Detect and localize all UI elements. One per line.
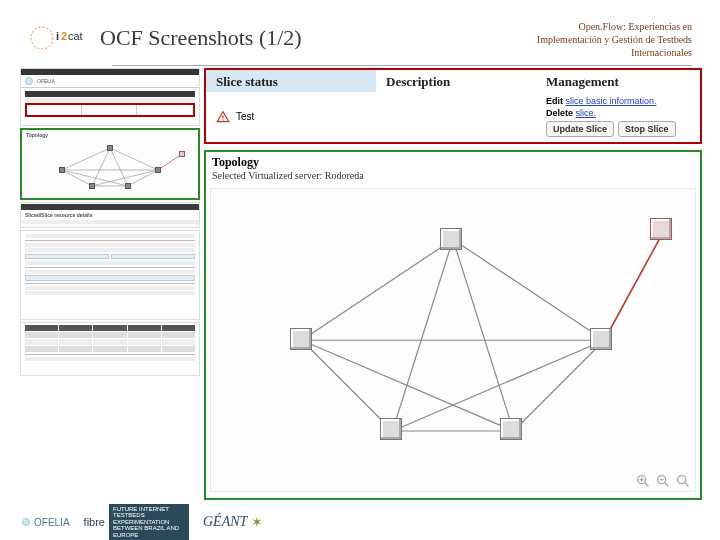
svg-line-5 xyxy=(92,148,110,186)
svg-text:cat: cat xyxy=(68,30,83,42)
switch-node[interactable] xyxy=(440,228,462,250)
svg-line-26 xyxy=(513,340,604,431)
topology-zoom: Topology Selected Virtualized server: Ro… xyxy=(204,150,702,500)
ofelia-logo-icon xyxy=(22,518,30,526)
svg-line-19 xyxy=(453,239,513,431)
edit-slice-link[interactable]: slice basic information. xyxy=(566,96,657,106)
topology-canvas[interactable] xyxy=(210,188,696,492)
slice-info-zoom: Slice status Description Management Test… xyxy=(204,68,702,144)
col-header-status: Slice status xyxy=(206,70,376,92)
svg-line-33 xyxy=(664,482,668,486)
fibre-sub-label: FUTURE INTERNET TESTBEDS EXPERIMENTATION… xyxy=(109,504,189,540)
thumb-topology-mini xyxy=(22,140,198,200)
switch-node[interactable] xyxy=(500,418,522,440)
topology-header: Topology Selected Virtualized server: Ro… xyxy=(206,152,700,184)
stop-slice-button[interactable]: Stop Slice xyxy=(618,121,676,137)
server-node-rodoreda[interactable] xyxy=(650,218,672,240)
mgmt-edit-prefix: Edit xyxy=(546,96,563,106)
ofelia-logo-icon xyxy=(25,77,33,85)
thumbnail-topology: Topology xyxy=(20,128,200,200)
content-area: OFELIA Topology xyxy=(0,66,720,506)
description-cell xyxy=(376,92,536,141)
footer: OFELIA fibre FUTURE INTERNET TESTBEDS EX… xyxy=(0,504,720,540)
svg-line-13 xyxy=(128,170,158,186)
svg-line-22 xyxy=(302,340,514,431)
svg-line-17 xyxy=(302,239,453,340)
thumb-brand-label: OFELIA xyxy=(37,78,55,84)
svg-line-29 xyxy=(644,482,648,486)
ofelia-footer-label: OFELIA xyxy=(34,517,70,528)
thumb-brand-row: OFELIA xyxy=(21,75,199,88)
thumbnail-main: OFELIA xyxy=(20,68,200,126)
svg-point-0 xyxy=(31,27,53,49)
thumb-resources-bar xyxy=(21,204,199,210)
svg-point-16 xyxy=(222,119,223,120)
geant-star-icon: ✶ xyxy=(251,514,263,530)
thumb-slice-info-highlight xyxy=(25,103,195,117)
thumb-topology-label: Topology xyxy=(22,130,198,140)
fibre-footer-logo: fibre FUTURE INTERNET TESTBEDS EXPERIMEN… xyxy=(84,504,189,540)
zoom-reset-icon[interactable] xyxy=(675,473,691,489)
svg-line-8 xyxy=(62,170,92,186)
i2cat-logo: i 2 cat xyxy=(28,20,88,56)
svg-line-27 xyxy=(604,229,664,340)
svg-line-9 xyxy=(62,170,128,186)
thumb-body-1 xyxy=(21,88,199,119)
ofelia-footer-logo: OFELIA xyxy=(22,517,70,528)
thumbnail-aggregates xyxy=(20,230,200,320)
zoom-out-icon[interactable] xyxy=(655,473,671,489)
topology-subtitle: Selected Virtualized server: Rodoreda xyxy=(212,170,694,181)
thumbnail-resources: Sliced/Slice resource details xyxy=(20,202,200,228)
mgmt-delete-prefix: Delete xyxy=(546,108,573,118)
svg-line-21 xyxy=(302,340,393,431)
svg-text:2: 2 xyxy=(61,30,67,42)
status-text: Test xyxy=(236,111,254,122)
thumb-section-bar xyxy=(25,91,195,97)
fibre-label: fibre xyxy=(84,516,105,528)
header-left: i 2 cat OCF Screenshots (1/2) xyxy=(28,20,302,56)
svg-line-36 xyxy=(684,482,688,486)
thumbnail-column: OFELIA Topology xyxy=(20,68,200,376)
thumbnail-table xyxy=(20,322,200,376)
switch-node[interactable] xyxy=(380,418,402,440)
switch-node[interactable] xyxy=(290,328,312,350)
thumb-resources-label: Sliced/Slice resource details xyxy=(21,211,199,219)
zoom-in-icon[interactable] xyxy=(635,473,651,489)
col-header-management: Management xyxy=(536,70,700,92)
status-cell: Test xyxy=(206,92,376,141)
geant-footer-logo: GÉANT ✶ xyxy=(203,514,263,530)
svg-line-7 xyxy=(110,148,158,170)
svg-line-6 xyxy=(110,148,128,186)
col-header-description: Description xyxy=(376,70,536,92)
management-cell: Edit slice basic information. Delete sli… xyxy=(536,92,700,141)
slide-header: i 2 cat OCF Screenshots (1/2) Open.Flow:… xyxy=(0,0,720,65)
thumb-text-line xyxy=(25,98,195,102)
warning-icon xyxy=(216,110,230,124)
svg-line-20 xyxy=(453,239,604,340)
geant-label: GÉANT xyxy=(203,514,247,530)
svg-line-25 xyxy=(392,340,604,431)
svg-line-4 xyxy=(62,148,110,170)
slide-subtitle: Open.Flow: Experiencias en Implementació… xyxy=(522,20,692,59)
zoom-controls xyxy=(635,473,691,489)
slice-info-header: Slice status Description Management xyxy=(206,70,700,92)
slice-info-row: Test Edit slice basic information. Delet… xyxy=(206,92,700,141)
slide-title: OCF Screenshots (1/2) xyxy=(100,25,302,51)
update-slice-button[interactable]: Update Slice xyxy=(546,121,614,137)
topology-title: Topology xyxy=(212,155,694,170)
svg-line-18 xyxy=(392,239,452,431)
svg-text:i: i xyxy=(56,30,59,42)
delete-slice-link[interactable]: slice. xyxy=(576,108,597,118)
switch-node[interactable] xyxy=(590,328,612,350)
